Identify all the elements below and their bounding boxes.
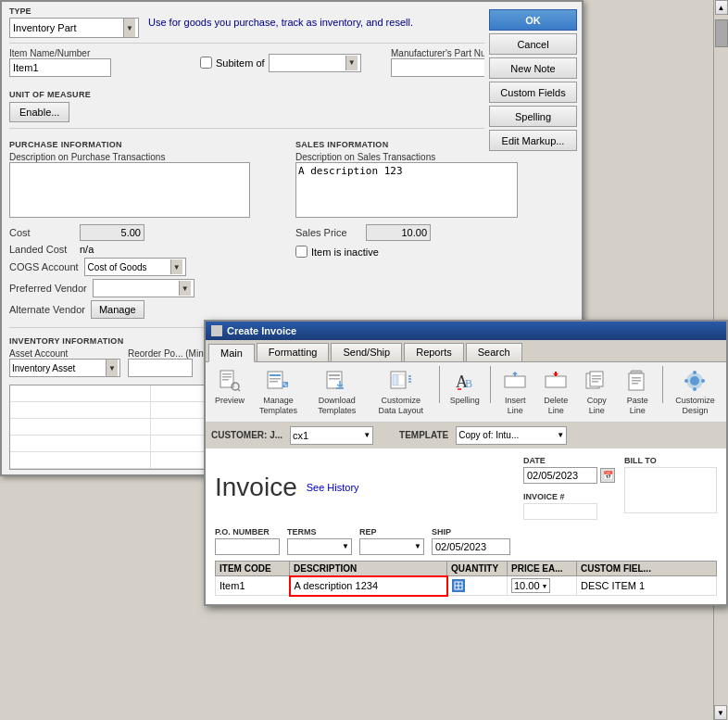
tab-main[interactable]: Main — [208, 344, 255, 362]
asset-account-value: Inventory Asset — [12, 363, 75, 373]
subitem-checkbox[interactable] — [200, 57, 212, 69]
insert-line-icon — [502, 368, 528, 394]
asset-account-combo[interactable]: Inventory Asset ▼ — [9, 359, 120, 377]
insert-line-label: Insert Line — [500, 396, 530, 416]
sales-price-label: Sales Price — [295, 227, 360, 238]
customize-data-label: Customize Data Layout — [373, 396, 429, 416]
toolbar-customize-data[interactable]: Customize Data Layout — [370, 366, 433, 418]
type-label: TYPE — [9, 6, 139, 16]
toolbar-customize-design[interactable]: Customize Design — [670, 366, 721, 418]
svg-rect-36 — [632, 380, 641, 382]
svg-point-41 — [693, 387, 697, 391]
ok-button[interactable]: OK — [489, 9, 577, 31]
date-input[interactable] — [523, 467, 597, 484]
new-note-button[interactable]: New Note — [489, 57, 577, 79]
toolbar-preview[interactable]: Preview — [211, 366, 248, 408]
sales-price-input[interactable] — [366, 224, 431, 241]
sales-desc-textarea[interactable]: A description 123 — [295, 162, 518, 218]
toolbar-delete-line[interactable]: Delete Line — [537, 366, 574, 418]
table-cell-1 — [10, 452, 151, 468]
tabs-bar: Main Formatting Send/Ship Reports Search — [206, 340, 726, 362]
item-code-cell: Item1 — [216, 576, 290, 596]
bill-to-box[interactable] — [624, 467, 717, 513]
template-arrow: ▼ — [557, 431, 564, 439]
toolbar-manage-templates[interactable]: ✎ Manage Templates — [252, 366, 305, 418]
subitem-combo[interactable]: ▼ — [269, 54, 361, 72]
calendar-icon[interactable]: 📅 — [600, 468, 615, 483]
toolbar-paste-line[interactable]: Paste Line — [619, 366, 656, 418]
asset-account-arrow: ▼ — [106, 360, 118, 376]
purchase-sales-section: PURCHASE INFORMATION Description on Purc… — [2, 132, 582, 324]
tab-search[interactable]: Search — [466, 343, 522, 361]
ship-input[interactable] — [432, 538, 510, 555]
cancel-button[interactable]: Cancel — [489, 33, 577, 55]
tab-formatting[interactable]: Formatting — [257, 343, 330, 361]
cost-label: Cost — [9, 227, 74, 238]
svg-text:✎: ✎ — [282, 382, 288, 388]
po-terms-row: P.O. NUMBER TERMS ▼ REP ▼ SHIP — [215, 527, 717, 555]
see-history-link[interactable]: See History — [307, 482, 359, 493]
cost-input[interactable] — [80, 224, 144, 241]
table-cell-1 — [10, 402, 151, 418]
preferred-vendor-arrow: ▼ — [179, 281, 191, 296]
description-cell[interactable]: A description 1234 — [290, 576, 447, 596]
customer-label: CUSTOMER: J... — [211, 430, 282, 440]
sales-info: SALES INFORMATION Description on Sales T… — [295, 134, 574, 322]
rep-combo[interactable]: ▼ — [359, 538, 424, 555]
scroll-up-button[interactable]: ▲ — [715, 0, 728, 15]
preview-label: Preview — [215, 396, 245, 406]
svg-rect-24 — [505, 376, 525, 387]
toolbar-insert-line[interactable]: Insert Line — [496, 366, 533, 418]
tab-reports[interactable]: Reports — [404, 343, 464, 361]
rep-field: REP ▼ — [359, 527, 424, 555]
toolbar-download-templates[interactable]: Download Templates — [308, 366, 366, 418]
reorder-group: Reorder Po... (Min) — [128, 348, 207, 377]
price-combo[interactable]: 10.00 ▼ — [511, 578, 550, 593]
manage-templates-label: Manage Templates — [256, 396, 301, 416]
tab-send-ship[interactable]: Send/Ship — [331, 343, 402, 361]
po-input[interactable] — [215, 538, 280, 555]
scroll-thumb[interactable] — [715, 19, 728, 47]
customer-value: cx1 — [293, 430, 308, 441]
cogs-combo[interactable]: Cost of Goods ▼ — [84, 258, 186, 276]
manage-templates-icon: ✎ — [265, 368, 291, 394]
item-name-input[interactable] — [9, 58, 111, 77]
quantity-cell — [447, 576, 508, 596]
dialog-icon — [211, 325, 222, 336]
purchase-desc-textarea[interactable] — [9, 162, 250, 218]
cost-row: Cost — [9, 224, 288, 241]
toolbar-copy-line[interactable]: Copy Line — [578, 366, 615, 418]
enable-button[interactable]: Enable... — [9, 102, 69, 122]
col-quantity: QUANTITY — [447, 561, 508, 576]
spelling-button[interactable]: Spelling — [489, 106, 577, 127]
price-cell: 10.00 ▼ — [508, 576, 577, 596]
toolbar-spelling[interactable]: A B Spelling — [446, 366, 483, 408]
table-cell-1 — [10, 419, 151, 435]
edit-markup-button[interactable]: Edit Markup... — [489, 130, 577, 151]
customer-combo[interactable]: cx1 ▼ — [290, 426, 373, 445]
bill-to-group: BILL TO — [624, 456, 717, 520]
template-combo[interactable]: Copy of: Intu... ▼ — [456, 426, 567, 445]
toolbar-sep-2 — [490, 366, 491, 403]
custom-fields-button[interactable]: Custom Fields — [489, 82, 577, 103]
invoice-num-input[interactable] — [523, 503, 597, 520]
reorder-input[interactable] — [128, 359, 193, 377]
cogs-row: COGS Account Cost of Goods ▼ — [9, 258, 288, 276]
invoice-dialog: Create Invoice Main Formatting Send/Ship… — [204, 320, 728, 606]
scroll-down-button[interactable]: ▼ — [714, 705, 727, 720]
svg-line-5 — [238, 389, 240, 391]
inactive-checkbox[interactable] — [295, 246, 308, 258]
landed-cost-value: n/a — [80, 244, 94, 255]
type-combo[interactable]: Inventory Part ▼ — [9, 18, 139, 38]
subitem-label: Subitem of — [216, 57, 265, 69]
po-number-field: P.O. NUMBER — [215, 527, 280, 555]
preferred-vendor-combo[interactable]: ▼ — [93, 279, 195, 297]
customer-template-row: CUSTOMER: J... cx1 ▼ TEMPLATE Copy of: I… — [206, 423, 726, 448]
customize-design-label: Customize Design — [673, 396, 717, 416]
manage-button[interactable]: Manage — [91, 300, 144, 319]
terms-combo[interactable]: ▼ — [287, 538, 352, 555]
svg-rect-14 — [329, 378, 340, 380]
col-price: PRICE EA... — [508, 561, 577, 576]
delete-line-icon — [543, 368, 569, 394]
invoice-header-title: Create Invoice — [227, 325, 296, 336]
